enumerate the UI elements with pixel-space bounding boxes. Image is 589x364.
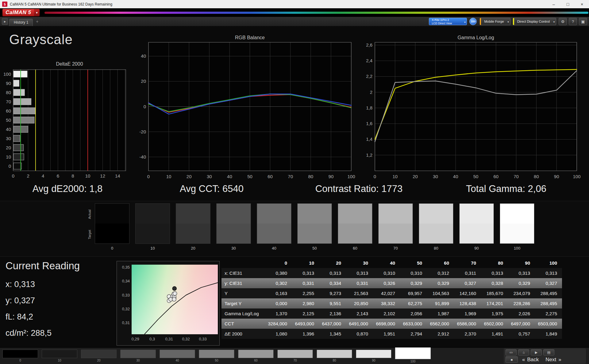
- swatch-level-label: 0: [111, 246, 113, 251]
- test-patch-60[interactable]: 60: [238, 350, 274, 362]
- grayscale-swatch-70[interactable]: 70: [378, 203, 413, 251]
- grayscale-swatch-40[interactable]: 40: [257, 203, 291, 251]
- patch-color: [277, 350, 313, 358]
- svg-text:2,2: 2,2: [366, 74, 372, 79]
- chevron-down-icon: ▾: [553, 21, 555, 23]
- maximize-button[interactable]: □: [561, 0, 575, 8]
- swatch-target-half: [95, 224, 129, 243]
- table-cell: 0,331: [346, 278, 373, 288]
- play-button[interactable]: ▶: [531, 349, 542, 355]
- test-patch-30[interactable]: 30: [120, 350, 156, 362]
- table-cell: 6491,000: [346, 319, 373, 329]
- svg-text:90: 90: [6, 81, 11, 86]
- swatch-box: [419, 203, 453, 244]
- grayscale-swatch-80[interactable]: 80: [419, 203, 453, 251]
- table-header-row: 0102030405060708090100: [221, 258, 562, 268]
- minimize-button[interactable]: –: [547, 0, 561, 8]
- meter-selector-button[interactable]: X-Rite i1Pro 2 LCD Direct View ▾: [429, 18, 467, 25]
- expand-panel-button[interactable]: ▶: [2, 18, 8, 25]
- svg-text:50: 50: [247, 174, 252, 179]
- svg-text:1,2: 1,2: [366, 152, 372, 158]
- reading-y-value: y: 0,327: [6, 296, 35, 305]
- grayscale-swatch-30[interactable]: 30: [216, 203, 251, 251]
- grayscale-swatch-100[interactable]: 100: [500, 203, 534, 251]
- patch-level-label: 0: [19, 359, 21, 362]
- window-controls: – □ ×: [547, 0, 589, 8]
- export-button[interactable]: ▤: [543, 349, 554, 355]
- test-patch-0[interactable]: 0: [2, 350, 38, 362]
- tab-history[interactable]: History 1: [9, 19, 33, 26]
- svg-text:70: 70: [288, 174, 293, 179]
- grayscale-swatch-0[interactable]: 0: [95, 203, 129, 251]
- test-patch-90[interactable]: 90: [356, 350, 391, 362]
- help-button[interactable]: ?: [569, 18, 577, 25]
- svg-text:1,4: 1,4: [366, 136, 372, 142]
- table-cell: 0,328: [481, 278, 508, 288]
- settings-gear-icon[interactable]: ⚙: [559, 18, 567, 25]
- close-button[interactable]: ×: [575, 0, 589, 8]
- table-cell: 2,056: [400, 308, 427, 319]
- table-cell: 2,255: [292, 288, 319, 298]
- table-cell: 0,310: [373, 268, 400, 278]
- display-control-button[interactable]: Direct Display Control ▾: [513, 18, 556, 25]
- next-chevrons-icon: »: [558, 357, 561, 363]
- patch-level-label: 60: [254, 359, 257, 362]
- table-column-header: 30: [346, 258, 373, 268]
- test-patch-100[interactable]: 100: [395, 350, 431, 363]
- table-cell: 2,026: [508, 308, 535, 319]
- table-row-label: x: CIE31: [221, 268, 265, 278]
- svg-text:20: 20: [413, 174, 418, 179]
- pattern-window-button[interactable]: ▭: [506, 349, 517, 355]
- grayscale-swatch-90[interactable]: 90: [459, 203, 494, 251]
- patch-color: [199, 350, 234, 358]
- swatch-target-half: [338, 224, 372, 243]
- table-cell: 185,670: [481, 288, 508, 298]
- test-patch-20[interactable]: 20: [81, 350, 117, 362]
- svg-text:10: 10: [6, 154, 11, 159]
- svg-text:DeltaE 2000: DeltaE 2000: [56, 61, 83, 67]
- table-column-header: 0: [265, 258, 292, 268]
- grayscale-swatch-60[interactable]: 60: [338, 203, 372, 251]
- swatch-level-label: 30: [231, 246, 236, 251]
- add-tab-button[interactable]: +: [33, 19, 41, 24]
- patch-row: 0102030405060708090100: [2, 350, 431, 363]
- swatch-level-label: 70: [393, 246, 398, 251]
- back-button[interactable]: « Back: [520, 356, 541, 363]
- table-cell: 2,275: [535, 308, 562, 319]
- svg-text:0,31: 0,31: [122, 320, 130, 325]
- home-button[interactable]: ⌂: [518, 349, 529, 355]
- reading-cdm2-value: cd/m²: 288,5: [6, 328, 52, 338]
- svg-text:90: 90: [554, 174, 559, 179]
- patch-level-label: 70: [293, 359, 297, 362]
- svg-text:40: 40: [453, 174, 458, 179]
- layout-toggle-button[interactable]: ▣: [579, 18, 587, 25]
- pattern-source-button[interactable]: Mobile Forge ▾: [480, 18, 510, 25]
- grayscale-swatch-10[interactable]: 10: [135, 203, 170, 251]
- test-patch-80[interactable]: 80: [317, 350, 352, 362]
- rainbow-gradient-strip: [44, 12, 588, 14]
- pattern-toggle-button[interactable]: ■: [506, 356, 518, 363]
- next-button[interactable]: Next »: [543, 356, 564, 363]
- table-cell: 2,794: [400, 329, 427, 339]
- svg-text:12: 12: [100, 173, 105, 178]
- table-cell: 42,027: [373, 288, 400, 298]
- svg-text:100: 100: [3, 71, 11, 77]
- svg-text:2,4: 2,4: [366, 58, 372, 63]
- test-patch-70[interactable]: 70: [277, 350, 313, 362]
- svg-text:0,33: 0,33: [199, 337, 206, 341]
- test-patch-40[interactable]: 40: [160, 350, 195, 362]
- table-cell: 234,079: [508, 288, 535, 298]
- test-patch-10[interactable]: 10: [42, 350, 77, 362]
- test-patch-50[interactable]: 50: [199, 350, 234, 362]
- svg-text:8: 8: [71, 173, 74, 178]
- table-cell: 0,313: [292, 268, 319, 278]
- grayscale-swatch-50[interactable]: 50: [297, 203, 332, 251]
- svg-text:60: 60: [268, 174, 273, 179]
- svg-text:40: 40: [6, 127, 11, 132]
- table-corner-cell: [221, 258, 265, 268]
- logo-caret-icon: ▾: [34, 9, 40, 16]
- toolbar: ▶ History 1 + X-Rite i1Pro 2 LCD Direct …: [0, 17, 589, 26]
- table-cell: 0,312: [427, 268, 454, 278]
- grayscale-swatch-20[interactable]: 20: [176, 203, 210, 251]
- calman-logo-menu[interactable]: CalMAN 5 ▾: [2, 9, 40, 16]
